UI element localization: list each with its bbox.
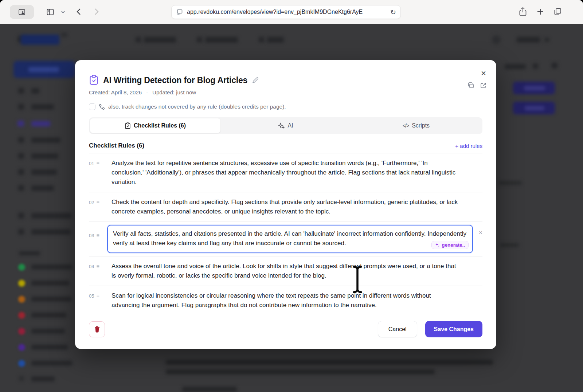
profile-tab-button[interactable] bbox=[10, 5, 34, 19]
sidebar-item-icon-active bbox=[17, 121, 24, 126]
user-name bbox=[517, 37, 540, 43]
sidebar-section-label bbox=[19, 251, 40, 255]
tab-overview-button[interactable] bbox=[553, 7, 563, 16]
rule-number: 01 bbox=[89, 161, 94, 166]
save-changes-button[interactable]: Save Changes bbox=[425, 321, 482, 337]
new-tab-button[interactable] bbox=[536, 7, 545, 16]
rule-number: 05 bbox=[89, 293, 94, 299]
delete-button[interactable] bbox=[89, 321, 105, 337]
external-link-icon[interactable] bbox=[480, 82, 487, 89]
sidebar-item-icon bbox=[18, 213, 24, 219]
nav-item bbox=[144, 37, 176, 43]
rule-text: Verify all facts, statistics, and citati… bbox=[113, 229, 467, 248]
sidebar-menu-chevron[interactable] bbox=[60, 9, 66, 15]
rule-row: 04 ≡ Assess the overall tone and voice o… bbox=[89, 256, 482, 286]
label-dot-purple bbox=[18, 344, 25, 351]
close-button[interactable]: × bbox=[480, 67, 488, 79]
back-chevron-icon bbox=[74, 7, 84, 16]
modal-footer: Cancel Save Changes bbox=[89, 321, 482, 337]
bg-action-button-label bbox=[525, 106, 544, 110]
sidebar-item bbox=[31, 104, 54, 110]
copy-icon[interactable] bbox=[467, 82, 474, 89]
rule-text[interactable]: Assess the overall tone and voice of the… bbox=[111, 262, 473, 281]
rule-text[interactable]: Check the content for depth and specific… bbox=[111, 197, 473, 216]
drag-handle-icon[interactable]: ≡ bbox=[96, 233, 99, 238]
section-title: Checklist Rules (6) bbox=[89, 142, 144, 149]
label-dot-blue bbox=[18, 360, 25, 367]
sidebar-item-active bbox=[31, 121, 50, 126]
app-logo bbox=[21, 35, 59, 45]
notification-icon bbox=[492, 35, 501, 44]
label-item bbox=[31, 297, 71, 302]
back-button[interactable] bbox=[74, 7, 84, 16]
sidebar-item bbox=[31, 229, 71, 235]
updated-time-text bbox=[505, 64, 526, 69]
drag-handle-icon[interactable]: ≡ bbox=[96, 161, 99, 166]
add-rules-link[interactable]: + add rules bbox=[455, 143, 482, 149]
label-item bbox=[31, 345, 68, 350]
rule-row: 05 ≡ Scan for logical inconsistencies or… bbox=[89, 286, 482, 315]
tab-bar: Checklist Rules (6) AI </> Scripts bbox=[89, 117, 482, 134]
app-logo-badge bbox=[61, 33, 67, 37]
rule-text[interactable]: Analyze the text for repetitive sentence… bbox=[111, 158, 473, 187]
updated-label: Updated: just now bbox=[152, 89, 196, 95]
cancel-button[interactable]: Cancel bbox=[378, 321, 417, 337]
sidebar-toggle-button[interactable] bbox=[46, 8, 55, 16]
remove-rule-button[interactable]: × bbox=[479, 225, 482, 236]
sidebar-icon bbox=[46, 8, 55, 16]
nav-item-icon bbox=[197, 37, 202, 42]
label-item-icon bbox=[19, 376, 24, 381]
rule-edit-textarea[interactable]: Verify all facts, statistics, and citati… bbox=[107, 225, 473, 253]
track-changes-icon bbox=[99, 104, 105, 110]
label-item bbox=[31, 264, 72, 270]
forward-button[interactable] bbox=[91, 7, 101, 16]
drag-handle-icon[interactable]: ≡ bbox=[96, 264, 99, 269]
sidebar-primary-button-label bbox=[28, 67, 59, 72]
refresh-icon[interactable]: ↻ bbox=[390, 8, 396, 16]
label-dot-red bbox=[18, 312, 25, 319]
bg-icon bbox=[533, 63, 538, 69]
share-icon bbox=[518, 7, 528, 17]
sparkle-icon bbox=[435, 243, 440, 247]
share-button[interactable] bbox=[518, 7, 528, 17]
sidebar-item-icon bbox=[18, 229, 24, 235]
tab-scripts[interactable]: </> Scripts bbox=[351, 118, 481, 133]
nav-item-icon bbox=[136, 37, 141, 42]
checklist-clipboard-icon bbox=[89, 75, 99, 86]
drag-handle-icon[interactable]: ≡ bbox=[96, 293, 99, 299]
label-item bbox=[31, 329, 65, 334]
tab-profile-icon bbox=[17, 8, 26, 16]
label-dot-orange bbox=[18, 296, 25, 303]
code-icon: </> bbox=[403, 123, 409, 129]
sparkles-icon bbox=[278, 122, 285, 129]
rule-number: 02 bbox=[89, 200, 94, 205]
rule-number: 04 bbox=[89, 264, 94, 269]
track-changes-checkbox[interactable] bbox=[89, 103, 95, 110]
address-bar[interactable]: app.revdoku.com/envelopes/view?id=env_pj… bbox=[171, 5, 401, 19]
trash-icon bbox=[94, 326, 101, 333]
tab-ai[interactable]: AI bbox=[220, 118, 351, 133]
tab-checklist-rules[interactable]: Checklist Rules (6) bbox=[90, 118, 220, 133]
url-text: app.revdoku.com/envelopes/view?id=env_pj… bbox=[187, 9, 387, 15]
sidebar-item-icon bbox=[18, 185, 24, 191]
rule-text[interactable]: Scan for logical inconsistencies or circ… bbox=[111, 291, 473, 310]
nav-item bbox=[205, 37, 238, 43]
sidebar-item bbox=[31, 88, 39, 94]
bg-text-line bbox=[498, 181, 522, 185]
generate-button[interactable]: generate.. bbox=[431, 241, 469, 249]
edit-pencil-icon[interactable] bbox=[252, 77, 259, 84]
label-item bbox=[31, 313, 66, 318]
url-fade bbox=[361, 9, 387, 15]
meta-row: Created: April 8, 2026 · Updated: just n… bbox=[89, 89, 482, 95]
user-chevron-icon bbox=[544, 38, 549, 42]
rule-row: 02 ≡ Check the content for depth and spe… bbox=[89, 192, 482, 222]
drag-handle-icon[interactable]: ≡ bbox=[96, 200, 99, 205]
label-item bbox=[31, 361, 72, 366]
nav-item bbox=[267, 37, 284, 43]
chevron-down-icon bbox=[60, 9, 66, 15]
modal-title: AI Writing Detection for Blog Articles bbox=[103, 75, 247, 85]
rule-row-editing: 03 ≡ Verify all facts, statistics, and c… bbox=[89, 222, 482, 256]
bg-paragraph-line bbox=[182, 387, 237, 392]
label-dot-green bbox=[18, 264, 25, 271]
rules-list: 01 ≡ Analyze the text for repetitive sen… bbox=[89, 153, 482, 315]
